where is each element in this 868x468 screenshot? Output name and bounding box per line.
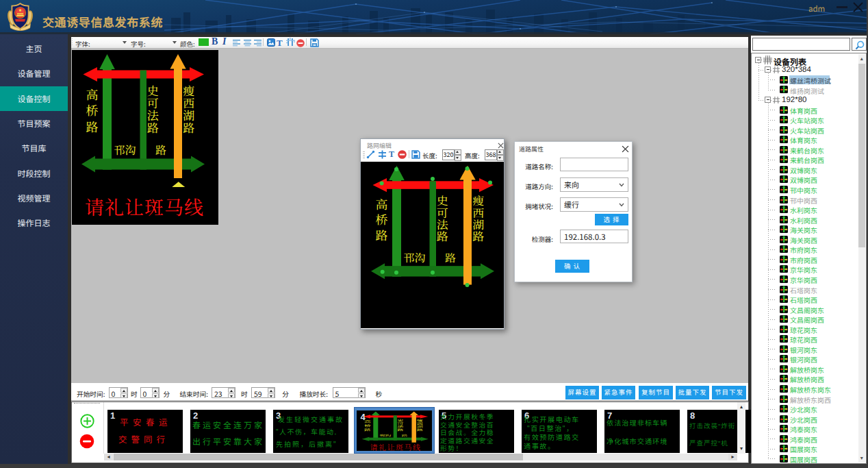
svg-text:请礼让斑马线: 请礼让斑马线 — [370, 441, 422, 451]
svg-text:请礼让斑马线: 请礼让斑马线 — [85, 193, 204, 220]
